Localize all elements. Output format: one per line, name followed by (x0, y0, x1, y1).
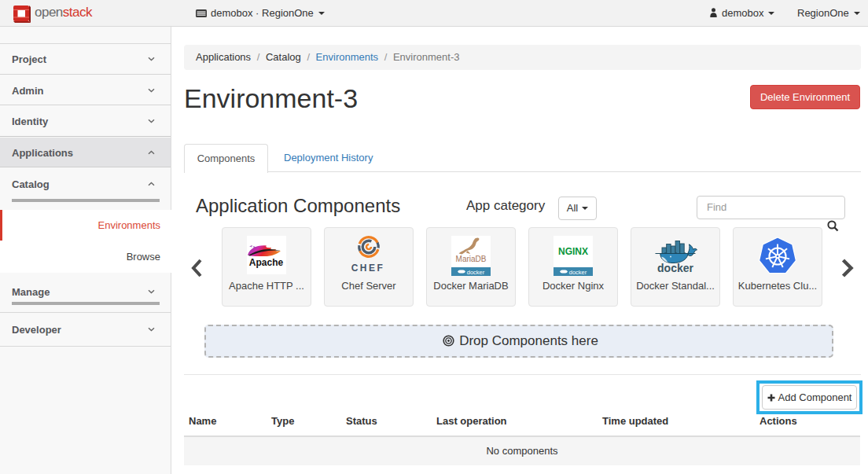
svg-text:CHEF: CHEF (351, 263, 385, 274)
svg-text:MariaDB: MariaDB (456, 255, 487, 263)
svg-text:docker: docker (657, 262, 693, 274)
svg-text:docker: docker (569, 269, 587, 276)
svg-text:Apache: Apache (249, 257, 284, 268)
svg-text:docker: docker (467, 269, 485, 276)
svg-text:NGINX: NGINX (558, 246, 588, 257)
